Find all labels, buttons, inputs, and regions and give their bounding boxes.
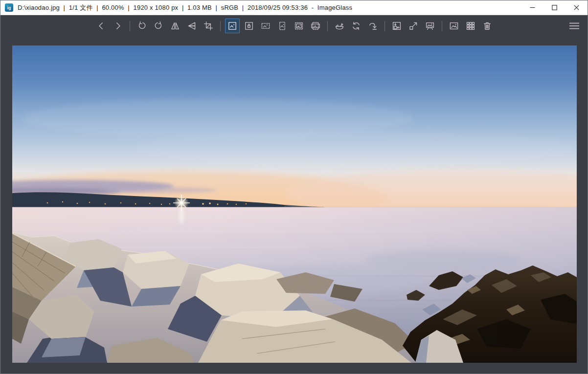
scale-to-fill-button[interactable]	[308, 19, 323, 33]
maximize-icon	[552, 5, 557, 10]
delete-icon	[482, 21, 492, 31]
picture-button[interactable]	[447, 19, 461, 33]
flip-vertical-button[interactable]	[184, 19, 199, 33]
minimize-button[interactable]	[521, 0, 543, 15]
boat-icon	[335, 21, 344, 31]
toolbar-separator	[327, 21, 328, 31]
refresh-button[interactable]	[349, 19, 363, 33]
close-button[interactable]	[565, 0, 588, 15]
scale-to-width-button[interactable]	[258, 19, 273, 33]
delete-button[interactable]	[480, 19, 495, 33]
rotate-left-button[interactable]	[135, 19, 149, 33]
rotate-right-icon	[154, 21, 163, 31]
flip-horizontal-button[interactable]	[168, 19, 182, 33]
rotate-right-button[interactable]	[151, 19, 166, 33]
rotate-left-icon	[137, 21, 147, 31]
boat-button[interactable]	[332, 19, 347, 33]
toolbar-separator	[130, 21, 130, 31]
goto-page-icon	[368, 21, 378, 31]
scale-to-fill-icon	[311, 21, 320, 31]
auto-zoom-icon	[227, 21, 237, 31]
scale-to-height-button[interactable]	[275, 19, 290, 33]
next-image-button[interactable]	[111, 19, 125, 33]
refresh-icon	[351, 21, 361, 31]
lock-zoom-button[interactable]	[242, 19, 256, 33]
flip-horizontal-icon	[170, 21, 180, 31]
window-fit-icon	[392, 21, 402, 31]
imageglass-window: ig D:\xiaodao.jpg | 1/1 文件 | 60.00% | 19…	[0, 0, 588, 374]
window-fit-button[interactable]	[389, 19, 404, 33]
scale-to-height-icon	[277, 21, 287, 31]
crop-button[interactable]	[201, 19, 216, 33]
window-controls	[521, 0, 588, 15]
imageglass-logo-icon: ig	[5, 3, 13, 12]
scale-to-fit-button[interactable]	[292, 19, 306, 33]
thumbnail-grid-button[interactable]	[463, 19, 478, 33]
window-title: D:\xiaodao.jpg | 1/1 文件 | 60.00% | 1920 …	[18, 3, 352, 12]
previous-image-button[interactable]	[94, 19, 109, 33]
toolbar-separator	[384, 21, 385, 31]
fullscreen-button[interactable]	[406, 19, 421, 33]
image-viewport[interactable]	[12, 45, 577, 363]
toolbar	[0, 16, 588, 36]
scale-to-fit-icon	[294, 21, 304, 31]
scale-to-width-icon	[261, 21, 271, 31]
fullscreen-icon	[408, 21, 418, 31]
thumbnail-grid-icon	[466, 21, 475, 31]
slideshow-icon	[425, 21, 435, 31]
toolbar-items	[93, 19, 496, 33]
lock-zoom-icon	[244, 21, 254, 31]
next-image-icon	[113, 21, 123, 31]
slideshow-button[interactable]	[423, 19, 437, 33]
toolbar-separator	[442, 21, 442, 31]
seascape-photo	[12, 45, 577, 363]
goto-page-button[interactable]	[365, 19, 380, 33]
toolbar-separator	[220, 21, 221, 31]
menu-icon	[568, 21, 580, 31]
main-menu-button[interactable]	[566, 19, 583, 33]
maximize-button[interactable]	[543, 0, 565, 15]
picture-icon	[449, 21, 459, 31]
previous-image-icon	[96, 21, 106, 31]
auto-zoom-button[interactable]	[225, 19, 240, 33]
minimize-icon	[530, 5, 535, 10]
close-icon	[574, 5, 579, 10]
crop-icon	[204, 21, 213, 31]
titlebar[interactable]: ig D:\xiaodao.jpg | 1/1 文件 | 60.00% | 19…	[0, 0, 588, 15]
flip-vertical-icon	[187, 21, 197, 31]
